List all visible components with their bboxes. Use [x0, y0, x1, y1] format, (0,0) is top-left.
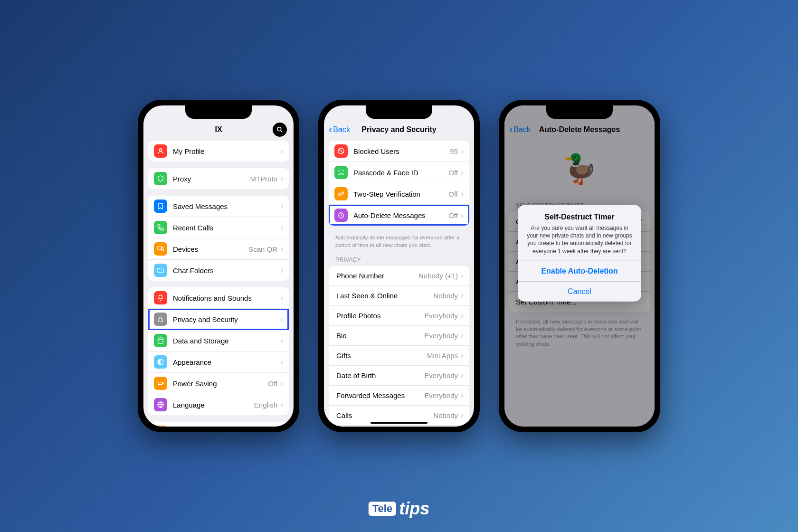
row-saved-messages[interactable]: Saved Messages› — [148, 196, 289, 217]
row-last-seen[interactable]: Last Seen & OnlineNobody› — [329, 286, 469, 306]
row-label: Blocked Users — [353, 147, 450, 155]
dialog-title: Self-Destruct Timer — [524, 213, 635, 221]
row-label: Bio — [334, 332, 424, 340]
chevron-right-icon: › — [461, 311, 464, 321]
globe-icon — [154, 398, 167, 411]
row-label: My Profile — [173, 147, 280, 155]
row-proxy[interactable]: ProxyMTProto› — [148, 168, 289, 189]
row-blocked-users[interactable]: Blocked Users95› — [329, 141, 469, 162]
search-button[interactable] — [273, 123, 287, 137]
row-value: Nobody — [433, 411, 458, 419]
svg-line-1 — [281, 131, 282, 132]
svg-point-0 — [277, 127, 281, 131]
chevron-right-icon: › — [280, 244, 283, 254]
chevron-right-icon: › — [280, 336, 283, 346]
chevron-right-icon: › — [280, 400, 283, 410]
row-invites[interactable]: InvitesEverybody› — [329, 426, 469, 427]
phone-settings-main: IX My Profile›ProxyMTProto›Saved Message… — [138, 100, 299, 432]
phones-container: IX My Profile›ProxyMTProto›Saved Message… — [138, 100, 660, 432]
row-value: Mini Apps — [427, 352, 458, 360]
chevron-right-icon: › — [280, 223, 283, 233]
svg-point-6 — [158, 338, 163, 340]
row-my-profile[interactable]: My Profile› — [148, 141, 289, 162]
svg-rect-9 — [163, 383, 163, 384]
phone-privacy-security: ‹ Back Privacy and Security Blocked User… — [318, 100, 480, 432]
row-devices[interactable]: DevicesScan QR› — [148, 238, 289, 260]
settings-group: My Profile› — [148, 141, 289, 162]
chevron-right-icon: › — [461, 390, 464, 400]
chevron-right-icon: › — [461, 210, 464, 220]
confirm-dialog: Self-Destruct Timer Are you sure you wan… — [518, 205, 641, 302]
row-value: 95 — [450, 147, 458, 155]
svg-rect-8 — [158, 382, 162, 384]
row-label: Forwarded Messages — [334, 391, 424, 399]
row-data-storage[interactable]: Data and Storage› — [148, 330, 289, 352]
back-label-2: Back — [333, 125, 350, 134]
row-value: Nobody — [433, 292, 458, 300]
row-phone-number[interactable]: Phone NumberNobody (+1)› — [329, 266, 469, 286]
screen-2: ‹ Back Privacy and Security Blocked User… — [324, 105, 474, 427]
chevron-right-icon: › — [280, 266, 283, 276]
settings-group: Notifications and Sounds›Privacy and Sec… — [148, 287, 289, 415]
row-label: Gifts — [334, 352, 427, 360]
row-gifts[interactable]: GiftsMini Apps› — [329, 346, 469, 366]
dialog-header: Self-Destruct Timer Are you sure you wan… — [518, 205, 641, 261]
row-label: Privacy and Security — [173, 315, 280, 323]
row-passcode-face-id[interactable]: Passcode & Face IDOff› — [329, 162, 469, 183]
row-label: Power Saving — [173, 380, 268, 388]
phone-notch — [546, 105, 613, 119]
cancel-button[interactable]: Cancel — [518, 281, 641, 301]
svg-point-2 — [159, 149, 162, 151]
chevron-right-icon: › — [461, 331, 464, 341]
chevron-right-icon: › — [280, 201, 283, 211]
content-2: Blocked Users95›Passcode & Face IDOff›Tw… — [324, 141, 474, 427]
row-label: Passcode & Face ID — [353, 169, 448, 177]
row-profile-photos[interactable]: Profile PhotosEverybody› — [329, 306, 469, 326]
row-appearance[interactable]: Appearance› — [148, 352, 289, 373]
chevron-right-icon: › — [461, 351, 464, 361]
row-forwarded[interactable]: Forwarded MessagesEverybody› — [329, 386, 469, 406]
row-recent-calls[interactable]: Recent Calls› — [148, 217, 289, 238]
row-ask-question[interactable]: Ask a Question› — [148, 422, 289, 427]
row-label: Appearance — [173, 358, 280, 366]
blocked-icon — [334, 144, 348, 158]
row-chat-folders[interactable]: Chat Folders› — [148, 260, 289, 281]
home-indicator — [370, 422, 428, 424]
row-label: Devices — [173, 245, 248, 253]
key-icon — [334, 187, 348, 200]
row-value: Scan QR — [248, 245, 277, 253]
row-privacy-security[interactable]: Privacy and Security› — [148, 309, 289, 330]
privacy-group: Phone NumberNobody (+1)›Last Seen & Onli… — [329, 266, 469, 427]
row-date-of-birth[interactable]: Date of BirthEverybody› — [329, 366, 469, 386]
row-notifications[interactable]: Notifications and Sounds› — [148, 287, 289, 309]
row-label: Last Seen & Online — [334, 292, 433, 300]
enable-auto-deletion-button[interactable]: Enable Auto-Deletion — [518, 260, 641, 281]
security-group: Blocked Users95›Passcode & Face IDOff›Tw… — [329, 141, 469, 226]
settings-group: Saved Messages›Recent Calls›DevicesScan … — [148, 196, 289, 281]
storage-icon — [154, 334, 167, 347]
row-auto-delete[interactable]: Auto-Delete MessagesOff› — [329, 205, 469, 226]
screen-3: ‹ Back Auto-Delete Messages 🦆 SELF-DESTR… — [504, 105, 655, 427]
row-label: Two-Step Verification — [353, 190, 448, 198]
row-value: Off — [268, 380, 277, 388]
chevron-right-icon: › — [280, 357, 283, 367]
row-value: Off — [448, 190, 458, 198]
row-label: Notifications and Sounds — [173, 294, 280, 302]
brand-logo: Tele tips — [369, 499, 429, 519]
row-label: Date of Birth — [334, 371, 424, 380]
chevron-right-icon: › — [461, 291, 464, 301]
header-title-2: Privacy and Security — [361, 125, 436, 134]
row-bio[interactable]: BioEverybody› — [329, 326, 469, 346]
faceid-icon — [334, 166, 348, 179]
row-label: Auto-Delete Messages — [353, 211, 448, 219]
row-two-step[interactable]: Two-Step VerificationOff› — [329, 183, 469, 205]
brand-part1: Tele — [369, 502, 396, 516]
header-2: ‹ Back Privacy and Security — [324, 119, 474, 141]
bookmark-icon — [154, 200, 167, 213]
back-button-2[interactable]: ‹ Back — [329, 124, 350, 135]
chevron-right-icon: › — [280, 379, 283, 389]
chevron-right-icon: › — [461, 189, 464, 199]
row-language[interactable]: LanguageEnglish› — [148, 394, 289, 415]
row-power-saving[interactable]: Power SavingOff› — [148, 373, 289, 394]
row-label: Recent Calls — [173, 224, 280, 232]
